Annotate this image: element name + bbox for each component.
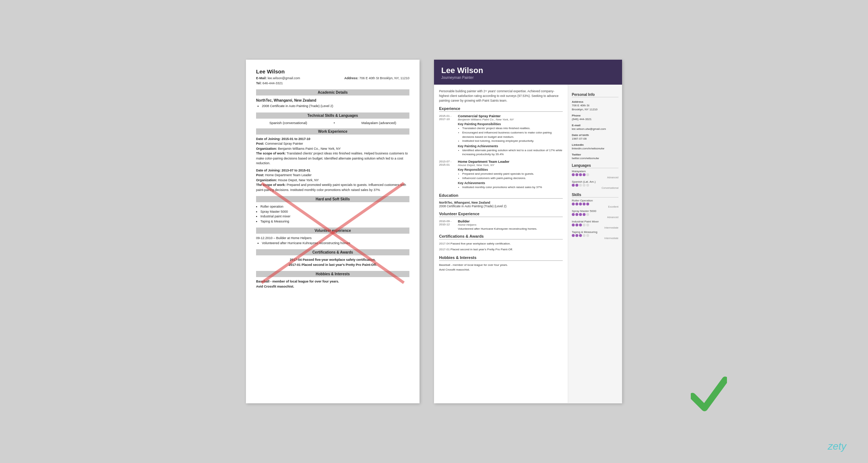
job2-dates: 2013-07 - 2015-01 — [439, 160, 458, 190]
hobbies-content: Baseball - member of local league for ov… — [256, 279, 409, 289]
vol-dates: 2010-09 - 2010-12 — [439, 219, 458, 230]
job1-right: 2015-01 - 2017-10 Commercial Spray Paint… — [439, 114, 563, 157]
lang-malayalam: Malayalam Advanced — [572, 170, 618, 179]
job1-dates: 2015-01 - 2017-10 — [439, 114, 458, 157]
linkedin-label: LinkedIn — [572, 143, 618, 146]
left-email: E-Mail: lee.wilson@gmail.com — [256, 76, 300, 81]
edu-section-title: Education — [439, 193, 563, 199]
resume-left: Lee Wilson E-Mail: lee.wilson@gmail.com … — [246, 60, 420, 403]
personal-info-title: Personal Info — [572, 93, 618, 97]
hobbies-right: Baseball - member of local league for ov… — [439, 263, 563, 272]
mixer-dots — [572, 224, 618, 226]
vol-body: Builder Home Helpers Volunteered after H… — [458, 219, 563, 230]
dob-label: Date of birth — [572, 133, 618, 137]
twitter: twitter.com/wilsonutw — [572, 157, 618, 160]
left-contact: E-Mail: lee.wilson@gmail.com Address: 70… — [256, 76, 409, 86]
left-address: Address: 706 E 40th St Brooklyn, NY, 112… — [344, 76, 409, 81]
right-body: Personable building painter with 2+ year… — [434, 85, 622, 403]
work-exp-title: Work Experience — [256, 128, 409, 135]
right-title: Journeyman Painter — [441, 76, 615, 80]
phone-label: Phone — [572, 114, 618, 117]
hard-soft-content: Roller operation Spray Master 5000 Indus… — [256, 204, 409, 224]
exp-section-title: Experience — [439, 106, 563, 112]
right-header: Lee Wilson Journeyman Painter — [434, 60, 622, 85]
dob: 1987-07-08 — [572, 137, 618, 140]
volunteer-title: Volunteer experience — [256, 228, 409, 234]
volunteer-content: 09-12.2010 – Builder at Home Helpers Vol… — [256, 236, 409, 246]
certs-title: Certifications & Awards — [256, 249, 409, 255]
job1-content: Date of Joining: 2015-01 to 2017-10 Post… — [256, 137, 409, 166]
edu-content: NorthTec, Whangarei, New Zealand 2008 Ce… — [439, 201, 563, 208]
certs-section-title: Certifications & Awards — [439, 234, 563, 239]
skills-title: Skills — [572, 193, 618, 197]
certs-content: 2017-04 Passed five-year workplace safet… — [256, 258, 409, 267]
skill-roller: Roller Operation Excellent — [572, 199, 618, 208]
job2-right: 2013-07 - 2015-01 Home Department Team L… — [439, 160, 563, 190]
lang-spanish: Spanish (Lat. Am.) Conversational — [572, 180, 618, 189]
cert2: 2017-01 Placed second in last year's Pre… — [439, 247, 563, 252]
malayalam-dots — [572, 173, 618, 176]
spanish-dots — [572, 184, 618, 187]
left-address-row: E-Mail: lee.wilson@gmail.com Address: 70… — [256, 76, 409, 81]
spray-dots — [572, 213, 618, 216]
left-name: Lee Wilson — [256, 68, 409, 75]
green-checkmark — [691, 376, 727, 416]
job1-body: Commercial Spray Painter Benjamin Willia… — [458, 114, 563, 157]
cert1: 2017-04 Passed five-year workplace safet… — [439, 242, 563, 246]
certs-right: 2017-04 Passed five-year workplace safet… — [439, 242, 563, 252]
job2-body: Home Department Team Leader House Depot,… — [458, 160, 563, 190]
side-col: Personal Info Address 706 E 40th St Broo… — [568, 85, 622, 403]
vol-section-title: Volunteer Experience — [439, 212, 563, 217]
academic-content: NorthTec, Whangarei, New Zealand 2008 Ce… — [256, 98, 409, 109]
resume-right: Lee Wilson Journeyman Painter Personable… — [434, 60, 622, 403]
academic-section-title: Academic Details — [256, 89, 409, 95]
skills-row: Spanish (conversational) • Malayalam (ad… — [256, 121, 409, 125]
main-col: Personable building painter with 2+ year… — [434, 85, 568, 403]
phone: (646) 444-3321 — [572, 118, 618, 121]
address1: 706 E 40th St — [572, 104, 618, 107]
zety-logo: zety — [828, 441, 846, 452]
languages-title: Languages — [572, 163, 618, 168]
address-label: Address: — [344, 76, 358, 80]
address-label: Address — [572, 100, 618, 103]
left-tel: Tel: 646-444-3321 — [256, 81, 409, 86]
hobbies-title: Hobbies & Interests — [256, 271, 409, 277]
skill-paint-mixer: Industrial Paint Mixer Intermediate — [572, 220, 618, 229]
vol-right: 2010-09 - 2010-12 Builder Home Helpers V… — [439, 219, 563, 230]
skill-taping: Taping & Measuring Intermediate — [572, 230, 618, 239]
hard-soft-title: Hard and Soft Skills — [256, 196, 409, 202]
right-name: Lee Wilson — [441, 66, 615, 75]
taping-dots — [572, 234, 618, 237]
tech-skills-title: Technical Skills & Languages — [256, 112, 409, 119]
linkedin: linkedin.com/in/wilsonutw — [572, 147, 618, 150]
address2: Brooklyn, NY 11210 — [572, 108, 618, 111]
hobbies-section-title: Hobbies & Interests — [439, 255, 563, 261]
skill-spray: Spray Master 5000 Advanced — [572, 209, 618, 218]
summary: Personable building painter with 2+ year… — [439, 89, 563, 103]
email-label: E-mail — [572, 124, 618, 127]
twitter-label: Twitter — [572, 153, 618, 156]
email: lee.wilson.utw@gmail.com — [572, 127, 618, 131]
email-label: E-Mail: — [256, 76, 267, 80]
roller-dots — [572, 203, 618, 205]
job2-content: Date of Joining: 2013-07 to 2015-01 Post… — [256, 168, 409, 193]
